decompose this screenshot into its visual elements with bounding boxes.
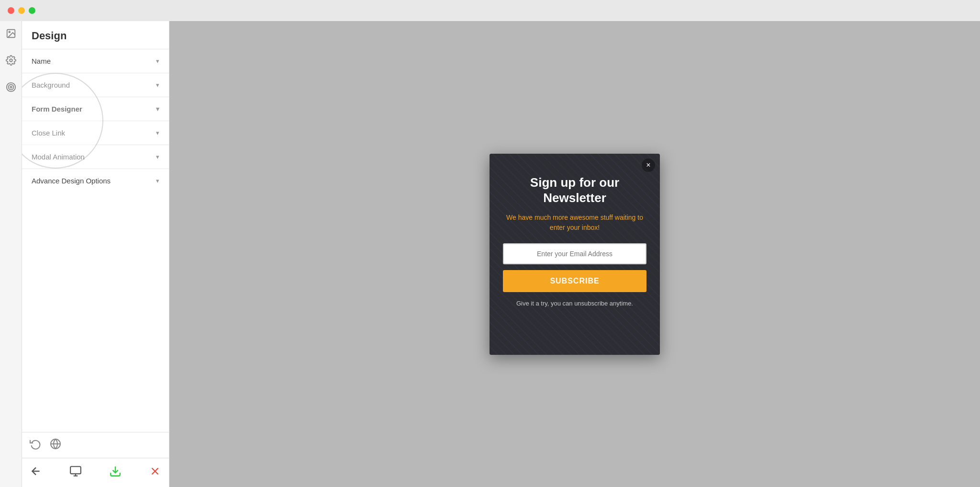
chevron-down-icon: ▾	[156, 81, 159, 89]
close-button[interactable]	[149, 465, 161, 480]
maximize-traffic-light[interactable]	[29, 7, 35, 14]
left-panel: Design Name ▾ Background ▾ Form Designer…	[22, 21, 169, 487]
history-button[interactable]	[30, 438, 41, 452]
sidebar-item-image[interactable]	[3, 26, 19, 41]
modal-background: × Sign up for our Newsletter We have muc…	[490, 154, 660, 355]
back-button[interactable]	[30, 465, 42, 480]
sidebar-item-settings[interactable]	[3, 53, 19, 68]
svg-rect-9	[70, 466, 81, 474]
globe-button[interactable]	[50, 438, 61, 452]
accordion-name-header[interactable]: Name ▾	[22, 49, 169, 73]
modal-subtitle: We have much more awesome stuff waiting …	[503, 213, 646, 233]
title-bar	[0, 0, 980, 21]
desktop-button[interactable]	[69, 465, 82, 480]
panel-bottom	[22, 432, 169, 487]
accordion-close-link-header[interactable]: Close Link ▾	[22, 121, 169, 145]
accordion-form-designer: Form Designer ▾	[22, 97, 169, 121]
svg-point-5	[10, 86, 12, 88]
svg-point-2	[10, 59, 12, 62]
chevron-down-icon: ▾	[156, 153, 159, 160]
download-button[interactable]	[109, 465, 122, 480]
accordion-name: Name ▾	[22, 49, 169, 73]
svg-point-4	[8, 85, 13, 90]
icon-sidebar	[0, 21, 22, 487]
subscribe-button[interactable]: SUBSCRIBE	[503, 270, 646, 292]
app-container: Design Name ▾ Background ▾ Form Designer…	[0, 21, 980, 487]
modal-close-button[interactable]: ×	[642, 159, 655, 172]
modal-popup: × Sign up for our Newsletter We have muc…	[490, 154, 660, 355]
chevron-down-icon: ▾	[156, 129, 159, 136]
bottom-toolbar	[22, 458, 169, 487]
accordion-advance-design: Advance Design Options ▾	[22, 169, 169, 193]
svg-point-1	[9, 31, 10, 33]
modal-footer-text: Give it a try, you can unsubscribe anyti…	[503, 300, 646, 307]
modal-title: Sign up for our Newsletter	[503, 175, 646, 206]
email-input[interactable]	[503, 243, 646, 264]
accordion-advance-design-header[interactable]: Advance Design Options ▾	[22, 169, 169, 193]
accordion-close-link: Close Link ▾	[22, 121, 169, 145]
accordion-modal-animation: Modal Animation ▾	[22, 145, 169, 169]
panel-title: Design	[22, 21, 169, 49]
chevron-down-icon: ▾	[156, 57, 159, 65]
chevron-down-icon: ▾	[156, 105, 159, 113]
accordion-background: Background ▾	[22, 73, 169, 97]
bottom-icons	[22, 432, 169, 458]
accordion-form-designer-header[interactable]: Form Designer ▾	[22, 97, 169, 121]
modal-content: Sign up for our Newsletter We have much …	[490, 154, 660, 320]
accordion-modal-animation-header[interactable]: Modal Animation ▾	[22, 145, 169, 169]
chevron-down-icon: ▾	[156, 177, 159, 184]
sidebar-item-target[interactable]	[3, 79, 19, 95]
minimize-traffic-light[interactable]	[18, 7, 25, 14]
accordion-background-header[interactable]: Background ▾	[22, 73, 169, 97]
canvas-area: × Sign up for our Newsletter We have muc…	[169, 21, 980, 487]
close-traffic-light[interactable]	[8, 7, 14, 14]
